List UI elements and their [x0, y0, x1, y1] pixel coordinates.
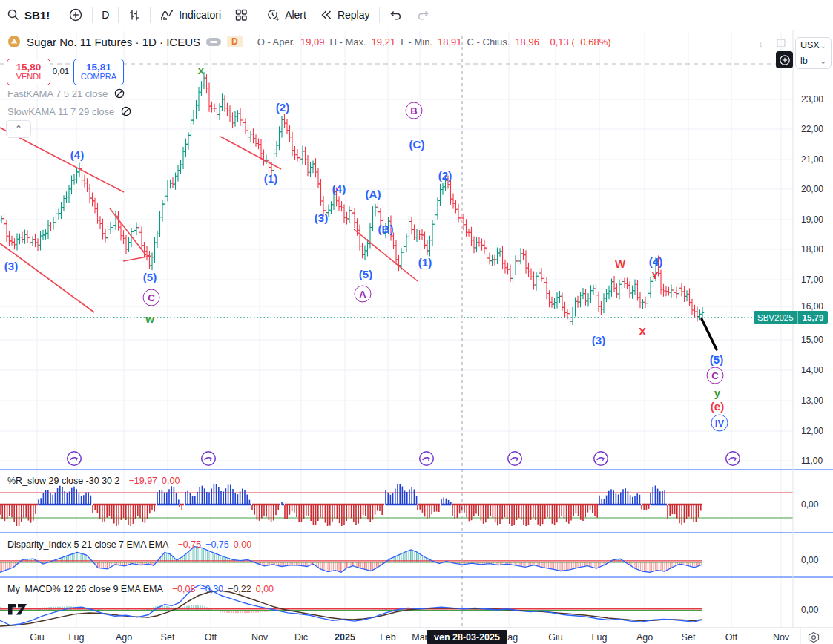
wave-label[interactable]: (3) — [4, 260, 18, 272]
price-tick-label: 0,00 — [801, 605, 818, 615]
legend-fastkama[interactable]: FastKAMA 7 5 21 close — [7, 88, 125, 99]
alert-label: Alert — [285, 9, 306, 21]
interval-button[interactable]: D — [95, 4, 116, 25]
ohlc-value: 18,91 — [438, 36, 462, 47]
disparity-title[interactable]: Disparity_Index 5 21 close 7 EMA EMA — [7, 539, 168, 550]
change-value: −0,13 (−0,68%) — [544, 36, 611, 47]
wave-label[interactable]: (A) — [366, 188, 381, 200]
rslow-title[interactable]: %R_slow 29 close -30 30 2 — [7, 476, 119, 486]
time-tick-label: Lug — [69, 632, 85, 643]
time-tick-label: Giu — [548, 632, 562, 643]
sell-button[interactable]: 15,80 VENDI — [7, 59, 50, 85]
price-tick-label: 18,00 — [801, 244, 823, 254]
time-tick-label: Giu — [30, 632, 44, 643]
price-tick-label: 23,00 — [801, 94, 823, 105]
wave-label[interactable]: A — [355, 286, 372, 303]
axis-settings-icon[interactable] — [807, 631, 820, 643]
wave-label[interactable]: (4) — [332, 183, 346, 195]
time-tick-label: Ott — [205, 632, 217, 643]
wave-label[interactable]: (e) — [711, 400, 724, 413]
replay-label: Replay — [338, 9, 370, 21]
continuation-marker[interactable] — [66, 450, 82, 467]
continuation-marker[interactable] — [507, 450, 523, 467]
time-tick-label: Mar — [412, 632, 428, 643]
axis-unit-box: USX ⌄ lb ⌄ — [795, 37, 832, 69]
alert-button[interactable]: Alert — [260, 4, 313, 25]
wave-label[interactable]: (5) — [359, 268, 372, 280]
buy-button[interactable]: 15,81 COMPRA — [73, 59, 124, 85]
toolbar-divider — [379, 7, 380, 23]
wave-label[interactable]: w — [145, 312, 154, 325]
toolbar-divider — [118, 7, 119, 23]
tradingview-app: SB1! D Indicatori — [0, 0, 833, 644]
symbol-search-button[interactable]: SB1! — [0, 4, 56, 25]
maximize-pane-icon[interactable] — [776, 38, 786, 48]
undo-button[interactable] — [382, 4, 409, 25]
wave-label[interactable]: IV — [711, 415, 728, 432]
indicators-button[interactable]: Indicatori — [153, 4, 228, 25]
load-data-icon[interactable]: ↓ — [758, 38, 763, 50]
compare-button[interactable] — [62, 4, 90, 25]
wave-label[interactable]: C — [707, 367, 724, 384]
price-tick-label: 22,00 — [801, 124, 823, 134]
tradingview-logo[interactable] — [7, 601, 33, 617]
wave-label[interactable]: C — [143, 289, 160, 306]
sell-label: VENDI — [16, 73, 42, 82]
slowkama-title: SlowKAMA 11 7 29 close — [7, 106, 114, 117]
wave-label[interactable]: (3) — [315, 211, 328, 224]
wave-label[interactable]: (4) — [70, 148, 84, 161]
chart-style-button[interactable] — [121, 4, 148, 25]
eye-off-icon[interactable] — [113, 88, 125, 99]
wave-label[interactable]: (4) — [649, 255, 662, 268]
wave-label[interactable]: (1) — [264, 172, 277, 185]
wave-label[interactable]: X — [639, 325, 646, 338]
add-order-plus-button[interactable] — [776, 51, 793, 68]
price-tick-label: 14,00 — [801, 365, 823, 375]
chevron-down-icon: ⌄ — [820, 42, 826, 50]
unit-dropdown[interactable]: lb ⌄ — [796, 53, 831, 68]
price-tick-label: 16,00 — [801, 301, 823, 312]
continuation-marker[interactable] — [593, 450, 609, 467]
wave-label[interactable]: x — [198, 64, 204, 76]
pane-title-disparity: Disparity_Index 5 21 close 7 EMA EMA −0,… — [7, 539, 251, 550]
interval-badge[interactable]: D — [227, 36, 243, 47]
symbol-title[interactable]: Sugar No. 11 Futures · 1D · ICEUS — [27, 36, 200, 48]
wave-label[interactable]: (2) — [276, 101, 289, 114]
pane-value: −0,22 — [228, 584, 251, 594]
legend-slowkama[interactable]: SlowKAMA 11 7 29 close — [7, 105, 132, 117]
disparity-values: −0,75−0,750,00 — [173, 539, 251, 550]
currency-dropdown[interactable]: USX ⌄ — [796, 38, 831, 53]
redo-button[interactable] — [409, 4, 437, 25]
collapse-legend-button[interactable]: ⌃ — [6, 120, 31, 138]
continuation-marker[interactable] — [418, 450, 435, 467]
wave-label[interactable]: (5) — [143, 271, 157, 283]
continuation-marker[interactable] — [200, 450, 217, 467]
wave-label[interactable]: B — [406, 102, 423, 119]
time-tick-label: Feb — [380, 632, 396, 643]
pane-value: −0,75 — [205, 539, 229, 550]
continuation-marker[interactable] — [725, 450, 741, 467]
pane-value: 0,00 — [256, 584, 274, 594]
wave-label[interactable]: (3) — [592, 334, 605, 346]
wave-label[interactable]: (2) — [438, 169, 452, 182]
time-tick-label: Lug — [592, 632, 608, 643]
eye-off-icon[interactable] — [120, 105, 132, 117]
time-tick-label: Set — [161, 632, 175, 643]
current-price: 15,79 — [797, 311, 829, 324]
pane-value: 0,00 — [234, 539, 251, 550]
wave-label[interactable]: (C) — [409, 138, 425, 151]
macd-title[interactable]: My_MACD% 12 26 close 9 EMA EMA — [7, 584, 163, 594]
contract-label: SBV2025 — [754, 311, 797, 324]
grid-layout-icon — [234, 8, 248, 22]
wave-label[interactable]: y — [714, 387, 720, 399]
replay-button[interactable]: Replay — [313, 4, 377, 25]
pane-value: −0,30 — [200, 584, 223, 594]
interval-toggle[interactable] — [206, 38, 221, 46]
toolbar-divider — [59, 7, 59, 23]
wave-label[interactable]: (5) — [710, 353, 723, 366]
wave-label[interactable]: W — [615, 257, 625, 270]
wave-label[interactable]: (1) — [418, 256, 432, 269]
layout-button[interactable] — [228, 4, 254, 25]
wave-label[interactable]: Y — [651, 269, 659, 281]
wave-label[interactable]: (B) — [378, 223, 394, 235]
